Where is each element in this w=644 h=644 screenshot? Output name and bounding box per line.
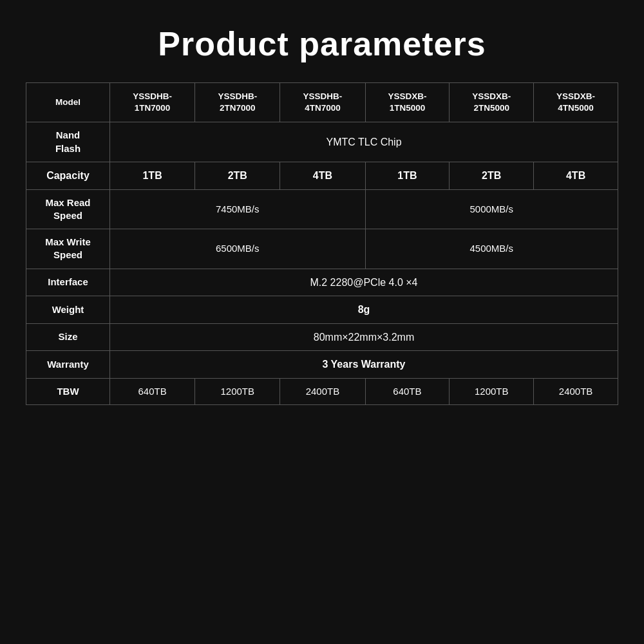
maxwrite-value2: 4500MB/s xyxy=(365,229,618,269)
model-col-5: YSSDXB-2TN5000 xyxy=(450,83,534,122)
capacity-col-1: 1TB xyxy=(110,162,195,189)
warranty-value: 3 Years Warranty xyxy=(110,351,618,379)
interface-value: M.2 2280@PCle 4.0 ×4 xyxy=(110,269,618,296)
size-value: 80mm×22mm×3.2mm xyxy=(110,323,618,351)
tbw-col-4: 640TB xyxy=(365,378,450,404)
maxread-value2: 5000MB/s xyxy=(365,189,618,229)
tbw-col-2: 1200TB xyxy=(195,378,280,404)
capacity-col-2: 2TB xyxy=(195,162,280,189)
size-label: Size xyxy=(26,323,110,351)
nandflash-label: NandFlash xyxy=(26,122,110,162)
row-warranty: Warranty 3 Years Warranty xyxy=(26,351,618,379)
row-weight: Weight 8g xyxy=(26,296,618,324)
row-maxread: Max ReadSpeed 7450MB/s 5000MB/s xyxy=(26,189,618,229)
maxread-value1: 7450MB/s xyxy=(110,189,366,229)
model-col-2: YSSDHB-2TN7000 xyxy=(195,83,280,122)
weight-value: 8g xyxy=(110,296,618,324)
capacity-col-5: 2TB xyxy=(450,162,534,189)
model-col-4: YSSDXB-1TN5000 xyxy=(365,83,450,122)
row-maxwrite: Max WriteSpeed 6500MB/s 4500MB/s xyxy=(26,229,618,269)
tbw-label: TBW xyxy=(26,378,110,404)
tbw-col-5: 1200TB xyxy=(450,378,534,404)
model-col-1: YSSDHB-1TN7000 xyxy=(110,83,195,122)
weight-label: Weight xyxy=(26,296,110,324)
maxwrite-value1: 6500MB/s xyxy=(110,229,366,269)
capacity-col-3: 4TB xyxy=(280,162,365,189)
warranty-label: Warranty xyxy=(26,351,110,379)
row-model: Model YSSDHB-1TN7000 YSSDHB-2TN7000 YSSD… xyxy=(26,83,618,122)
tbw-col-1: 640TB xyxy=(110,378,195,404)
tbw-col-6: 2400TB xyxy=(534,378,618,404)
model-label: Model xyxy=(26,83,110,122)
row-nandflash: NandFlash YMTC TLC Chip xyxy=(26,122,618,162)
maxread-label: Max ReadSpeed xyxy=(26,189,110,229)
row-capacity: Capacity 1TB 2TB 4TB 1TB 2TB 4TB xyxy=(26,162,618,189)
product-table: Model YSSDHB-1TN7000 YSSDHB-2TN7000 YSSD… xyxy=(26,82,618,405)
model-col-3: YSSDHB-4TN7000 xyxy=(280,83,365,122)
capacity-label: Capacity xyxy=(26,162,110,189)
capacity-col-6: 4TB xyxy=(534,162,618,189)
capacity-col-4: 1TB xyxy=(365,162,450,189)
nandflash-value: YMTC TLC Chip xyxy=(110,122,618,162)
page-title: Product parameters xyxy=(158,24,486,63)
row-interface: Interface M.2 2280@PCle 4.0 ×4 xyxy=(26,269,618,296)
tbw-col-3: 2400TB xyxy=(280,378,365,404)
model-col-6: YSSDXB-4TN5000 xyxy=(534,83,618,122)
interface-label: Interface xyxy=(26,269,110,296)
row-tbw: TBW 640TB 1200TB 2400TB 640TB 1200TB 240… xyxy=(26,378,618,404)
table-wrapper: Model YSSDHB-1TN7000 YSSDHB-2TN7000 YSSD… xyxy=(26,82,618,405)
row-size: Size 80mm×22mm×3.2mm xyxy=(26,323,618,351)
maxwrite-label: Max WriteSpeed xyxy=(26,229,110,269)
